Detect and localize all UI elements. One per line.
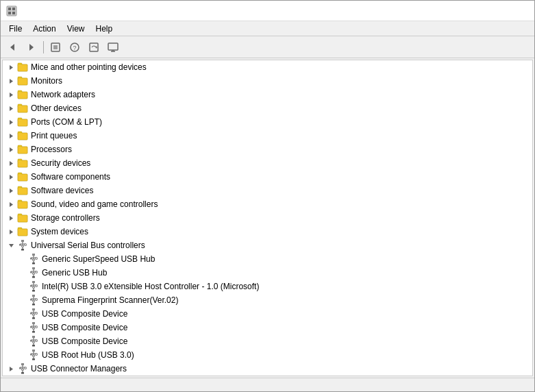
- svg-rect-95: [32, 267, 35, 269]
- expand-icon-sound[interactable]: [5, 199, 16, 210]
- expand-icon-ports[interactable]: [5, 117, 16, 127]
- svg-marker-5: [10, 44, 14, 51]
- properties-button[interactable]: [47, 39, 64, 56]
- svg-rect-146: [30, 354, 32, 356]
- help-button[interactable]: ?: [66, 39, 84, 56]
- expand-icon-monitors[interactable]: [5, 75, 16, 86]
- folder-icon: [16, 62, 29, 73]
- app-icon: [6, 5, 17, 16]
- item-label-storage: Storage controllers: [31, 213, 100, 223]
- tree-item-software-components[interactable]: Software components: [3, 170, 532, 184]
- svg-rect-134: [32, 331, 35, 333]
- expand-icon-software-components[interactable]: [5, 171, 16, 182]
- item-label-usb-composite2: USB Composite Device: [42, 323, 127, 332]
- svg-text:?: ?: [73, 45, 76, 51]
- expand-icon-print[interactable]: [5, 130, 16, 141]
- tree-item-ports[interactable]: Ports (COM & LPT): [3, 115, 532, 129]
- svg-point-115: [36, 299, 38, 301]
- menu-action[interactable]: Action: [27, 23, 61, 35]
- tree-item-processors[interactable]: Processors: [3, 143, 532, 156]
- svg-marker-58: [10, 175, 13, 180]
- monitor-button[interactable]: [104, 39, 122, 56]
- item-label-usb-generic: Generic USB Hub: [42, 268, 107, 278]
- svg-rect-82: [19, 244, 21, 246]
- tree-item-usb-generic[interactable]: Generic USB Hub: [3, 266, 532, 280]
- svg-rect-65: [18, 188, 27, 195]
- maximize-button[interactable]: [466, 4, 497, 18]
- svg-marker-46: [10, 134, 13, 138]
- menu-file[interactable]: File: [3, 23, 27, 35]
- usb-icon: [27, 254, 40, 265]
- expand-icon-other[interactable]: [5, 103, 16, 114]
- expand-icon-security[interactable]: [5, 158, 16, 169]
- tree-item-usb-intel[interactable]: Intel(R) USB 3.0 eXtensible Host Control…: [3, 280, 532, 293]
- tree-item-usb-composite3[interactable]: USB Composite Device: [3, 334, 532, 348]
- item-label-usb-composite1: USB Composite Device: [42, 309, 127, 319]
- svg-rect-86: [21, 249, 24, 251]
- svg-marker-151: [10, 367, 13, 371]
- expand-icon-network[interactable]: [5, 89, 16, 100]
- folder-icon: [16, 158, 29, 169]
- tree-item-network[interactable]: Network adapters: [3, 88, 532, 101]
- folder-icon: [16, 130, 29, 141]
- expand-icon-software-devices[interactable]: [5, 185, 16, 196]
- menu-view[interactable]: View: [62, 23, 90, 35]
- forward-button[interactable]: [23, 39, 40, 56]
- usb-icon: [27, 295, 40, 306]
- svg-rect-135: [32, 336, 35, 338]
- menu-help[interactable]: Help: [90, 23, 119, 35]
- content-area: Keyboards Memory technology devices Mice…: [1, 58, 534, 378]
- svg-marker-66: [10, 202, 13, 207]
- tree-item-usb[interactable]: Universal Serial Bus controllers: [3, 238, 532, 252]
- tree-item-software-devices[interactable]: Software devices: [3, 184, 532, 197]
- svg-rect-15: [108, 43, 118, 50]
- tree-item-storage[interactable]: Storage controllers: [3, 211, 532, 225]
- back-button[interactable]: [3, 39, 21, 56]
- item-label-usb-suprema: Suprema Fingerprint Scanner(Ver.02): [42, 295, 178, 305]
- tree-item-usb-composite2[interactable]: USB Composite Device: [3, 321, 532, 334]
- tree-item-security[interactable]: Security devices: [3, 156, 532, 170]
- folder-icon: [16, 89, 29, 100]
- minimize-button[interactable]: [434, 4, 466, 18]
- tree-item-usb-connector[interactable]: USB Connector Managers: [3, 362, 532, 376]
- tree-item-print[interactable]: Print queues: [3, 129, 532, 143]
- tree-item-usb-composite1[interactable]: USB Composite Device: [3, 307, 532, 321]
- svg-rect-102: [32, 276, 35, 278]
- svg-rect-79: [21, 240, 24, 242]
- usb-icon: [27, 350, 40, 360]
- svg-rect-33: [18, 78, 27, 85]
- usb-icon: [27, 322, 40, 333]
- item-label-print: Print queues: [31, 131, 77, 140]
- expand-icon-usb[interactable]: [5, 240, 16, 251]
- expand-icon-storage[interactable]: [5, 212, 16, 223]
- expand-icon-mice[interactable]: [5, 62, 16, 73]
- item-label-system: System devices: [31, 227, 88, 236]
- usb-icon: [27, 308, 40, 319]
- folder-icon: [16, 144, 29, 155]
- close-button[interactable]: [497, 4, 529, 18]
- update-button[interactable]: [85, 39, 103, 56]
- tree-item-usb-suprema[interactable]: Suprema Fingerprint Scanner(Ver.02): [3, 293, 532, 307]
- expand-icon-usb-connector[interactable]: [5, 363, 16, 374]
- svg-point-123: [36, 313, 38, 315]
- svg-marker-78: [9, 244, 14, 247]
- tree-item-system[interactable]: System devices: [3, 225, 532, 238]
- item-label-security: Security devices: [31, 158, 90, 168]
- tree-item-other[interactable]: Other devices: [3, 101, 532, 115]
- svg-point-147: [36, 354, 38, 356]
- svg-rect-37: [18, 92, 27, 99]
- tree-item-usb-superspeed[interactable]: Generic SuperSpeed USB Hub: [3, 252, 532, 266]
- expand-icon-processors[interactable]: [5, 144, 16, 155]
- svg-rect-49: [18, 133, 27, 140]
- tree-item-sound[interactable]: Sound, video and game controllers: [3, 197, 532, 211]
- svg-marker-14: [96, 46, 97, 49]
- device-tree[interactable]: Keyboards Memory technology devices Mice…: [2, 60, 533, 376]
- tree-item-mice[interactable]: Mice and other pointing devices: [3, 60, 532, 74]
- tree-item-usb-root[interactable]: USB Root Hub (USB 3.0): [3, 348, 532, 362]
- svg-rect-4: [12, 12, 15, 14]
- tree-item-monitors[interactable]: Monitors: [3, 74, 532, 88]
- svg-point-91: [36, 258, 38, 260]
- expand-icon-system[interactable]: [5, 226, 16, 237]
- svg-rect-138: [30, 340, 32, 342]
- svg-rect-2: [12, 8, 15, 10]
